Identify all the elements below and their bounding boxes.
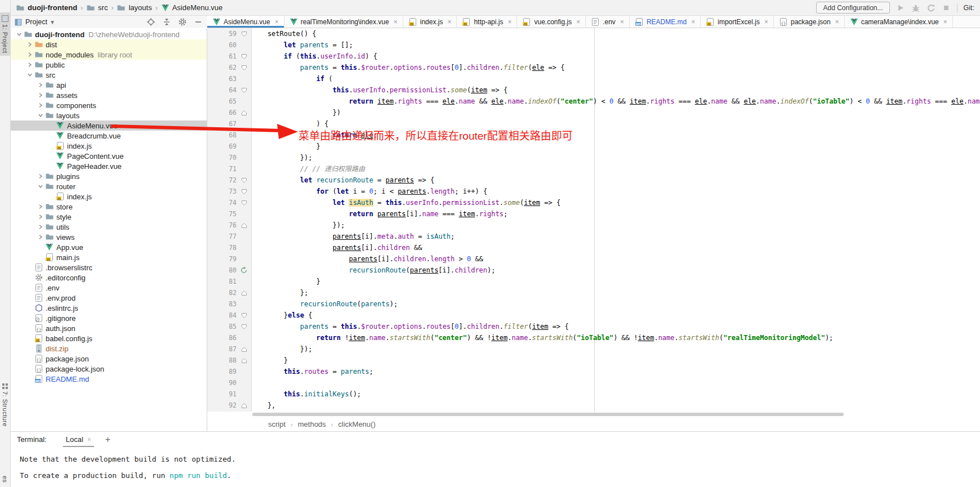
editor-breadcrumb-clickMenu()[interactable]: clickMenu() <box>338 420 375 428</box>
code-line-86[interactable]: 86 return !item.name.startsWith("center"… <box>207 332 980 343</box>
hide-panel-icon[interactable] <box>194 17 203 26</box>
tree-item-layouts[interactable]: layouts <box>10 110 207 120</box>
breadcrumb-item-duoji-frontend[interactable]: duoji-frontend <box>16 3 77 12</box>
chevron-collapsed-icon[interactable] <box>25 62 34 68</box>
fold-marker[interactable] <box>237 175 251 186</box>
code-line-73[interactable]: 73 for (let i = 0; i < parents.length; i… <box>207 186 980 197</box>
line-number[interactable]: 80 <box>207 265 237 276</box>
chevron-collapsed-icon[interactable] <box>36 214 44 220</box>
chevron-collapsed-icon[interactable] <box>36 204 44 209</box>
chevron-expanded-icon[interactable] <box>36 184 44 189</box>
code-line-88[interactable]: 88 } <box>207 355 980 366</box>
code-line-60[interactable]: 60 let parents = []; <box>207 39 980 51</box>
code-line-84[interactable]: 84 }else { <box>207 310 980 321</box>
fold-marker[interactable] <box>237 220 251 231</box>
code-line-90[interactable]: 90 <box>207 377 980 388</box>
line-number[interactable]: 74 <box>207 197 237 208</box>
line-number[interactable]: 71 <box>207 163 237 175</box>
tree-item-.gitignore[interactable]: .gitignore <box>10 313 207 323</box>
tree-item-src[interactable]: src <box>10 70 207 80</box>
line-number[interactable]: 77 <box>207 231 237 242</box>
line-number[interactable]: 75 <box>207 208 237 220</box>
fold-marker[interactable] <box>237 186 251 197</box>
tree-item-PageContent.vue[interactable]: PageContent.vue <box>10 151 207 161</box>
code-line-83[interactable]: 83 recursionRoute(parents); <box>207 298 980 310</box>
tree-item-.env.prod[interactable]: .env.prod <box>10 293 207 303</box>
close-tab-icon[interactable]: × <box>620 18 624 26</box>
line-number[interactable]: 68 <box>207 129 237 141</box>
run-icon[interactable] <box>896 3 905 12</box>
line-number[interactable]: 65 <box>207 96 237 107</box>
new-terminal-icon[interactable]: + <box>105 435 110 445</box>
close-tab-icon[interactable]: × <box>447 18 451 26</box>
code-line-62[interactable]: 62 parents = this.$router.options.routes… <box>207 62 980 73</box>
chevron-collapsed-icon[interactable] <box>25 52 34 57</box>
editor-breadcrumb-script[interactable]: script <box>268 420 286 428</box>
toolwindow-partial-button[interactable]: es <box>0 473 10 486</box>
editor-breadcrumb-methods[interactable]: methods <box>298 420 326 428</box>
editor-tab-cameraManage\index.vue[interactable]: cameraManage\index.vue× <box>845 16 953 28</box>
breadcrumb-item-layouts[interactable]: layouts <box>117 3 152 12</box>
code-line-69[interactable]: 69 } <box>207 141 980 152</box>
tree-item-views[interactable]: views <box>10 232 207 242</box>
tree-item-.env[interactable]: .env <box>10 283 207 293</box>
tree-item-auth.json[interactable]: {}auth.json <box>10 323 207 333</box>
fold-marker[interactable] <box>237 321 251 332</box>
code-line-82[interactable]: 82 }; <box>207 287 980 298</box>
line-number[interactable]: 62 <box>207 62 237 73</box>
line-number[interactable]: 88 <box>207 355 237 366</box>
line-number[interactable]: 91 <box>207 388 237 400</box>
code-line-87[interactable]: 87 }); <box>207 343 980 355</box>
line-number[interactable]: 83 <box>207 298 237 310</box>
tree-item-public[interactable]: public <box>10 60 207 70</box>
tree-item-style[interactable]: style <box>10 212 207 222</box>
code-line-89[interactable]: 89 this.routes = parents; <box>207 366 980 377</box>
code-line-63[interactable]: 63 if ( <box>207 73 980 84</box>
tree-item-api[interactable]: api <box>10 80 207 90</box>
close-tab-icon[interactable]: × <box>576 18 580 26</box>
line-number[interactable]: 82 <box>207 287 237 298</box>
code-line-75[interactable]: 75 return parents[i].name === item.right… <box>207 208 980 220</box>
code-line-76[interactable]: 76 }); <box>207 220 980 231</box>
tree-item-plugins[interactable]: plugins <box>10 171 207 181</box>
fold-marker[interactable] <box>237 51 251 62</box>
line-number[interactable]: 69 <box>207 141 237 152</box>
tree-item-dist.zip[interactable]: dist.zip <box>10 343 207 354</box>
editor-tab-AsideMenu.vue[interactable]: AsideMenu.vue× <box>207 16 284 28</box>
tree-item-main.js[interactable]: JSmain.js <box>10 252 207 262</box>
close-tab-icon[interactable]: × <box>275 18 279 26</box>
locate-file-icon[interactable] <box>146 17 155 26</box>
code-line-71[interactable]: 71 // // 递归权限路由 <box>207 163 980 175</box>
horizontal-scrollbar-thumb[interactable] <box>252 413 844 416</box>
chevron-collapsed-icon[interactable] <box>36 102 44 108</box>
chevron-down-icon[interactable]: ▼ <box>50 19 55 25</box>
code-line-78[interactable]: 78 parents[i].children && <box>207 242 980 253</box>
chevron-collapsed-icon[interactable] <box>36 234 44 240</box>
code-line-79[interactable]: 79 parents[i].children.length > 0 && <box>207 253 980 265</box>
line-number[interactable]: 76 <box>207 220 237 231</box>
line-number[interactable]: 85 <box>207 321 237 332</box>
line-number[interactable]: 86 <box>207 332 237 343</box>
code-line-65[interactable]: 65 return item.rights === ele.name && el… <box>207 96 980 107</box>
editor-tab-index.js[interactable]: JSindex.js× <box>403 16 457 28</box>
tree-item-.eslintrc.js[interactable]: .eslintrc.js <box>10 303 207 313</box>
code-line-85[interactable]: 85 parents = this.$router.options.routes… <box>207 321 980 332</box>
editor-tab-realTimeMonitoring\index.vue[interactable]: realTimeMonitoring\index.vue× <box>284 16 403 28</box>
toolwindow-project-button[interactable]: 1: Project <box>0 12 10 56</box>
fold-marker[interactable] <box>237 287 251 298</box>
line-number[interactable]: 81 <box>207 276 237 287</box>
tree-item-package-lock.json[interactable]: {}package-lock.json <box>10 364 207 374</box>
terminal-tab-local[interactable]: Local × <box>63 432 94 447</box>
collapse-all-icon[interactable] <box>162 17 171 26</box>
line-number[interactable]: 90 <box>207 377 237 388</box>
editor-tab-README.md[interactable]: MDREADME.md× <box>630 16 701 28</box>
chevron-collapsed-icon[interactable] <box>36 224 44 230</box>
code-line-77[interactable]: 77 parents[i].meta.auth = isAuth; <box>207 231 980 242</box>
settings-gear-icon[interactable] <box>178 17 187 26</box>
code-line-70[interactable]: 70 }); <box>207 152 980 163</box>
line-number[interactable]: 70 <box>207 152 237 163</box>
code-line-92[interactable]: 92 }, <box>207 400 980 411</box>
line-number[interactable]: 89 <box>207 366 237 377</box>
line-number[interactable]: 79 <box>207 253 237 265</box>
git-label[interactable]: Git: <box>964 4 974 12</box>
